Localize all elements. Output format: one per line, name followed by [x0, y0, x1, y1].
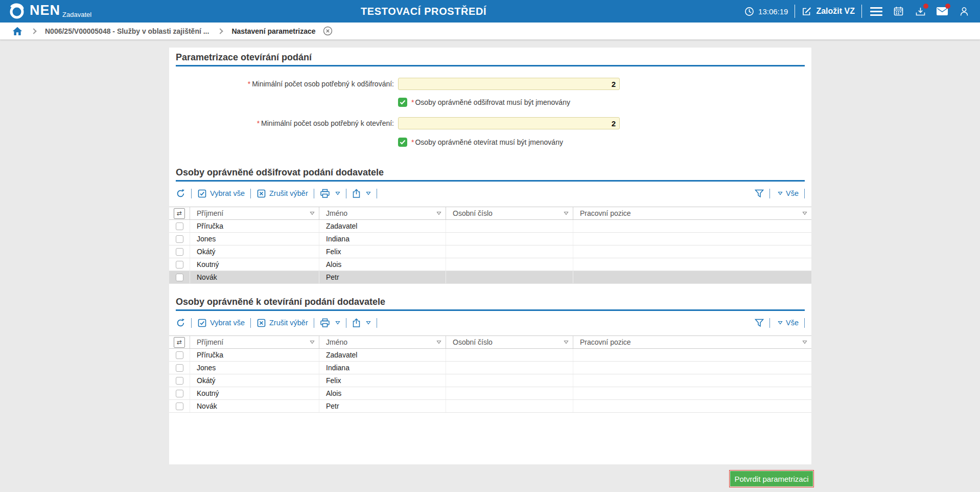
- chevron-right-icon: [31, 28, 36, 34]
- table-toolbar: Vybrat vše Zrušit výběr: [176, 186, 805, 200]
- nen-logo[interactable]: NEN Zadavatel: [7, 2, 91, 21]
- column-filter-icon[interactable]: [564, 211, 569, 215]
- toolbar-filter-group: Vše: [755, 189, 805, 198]
- row-checkbox[interactable]: [176, 390, 183, 397]
- clock-icon: [744, 7, 754, 16]
- select-all-button[interactable]: Vybrat vše: [197, 318, 245, 328]
- table-row[interactable]: NovákPetr: [169, 400, 811, 413]
- column-header-position[interactable]: Pracovní pozice: [573, 336, 811, 348]
- print-dropdown-caret-icon[interactable]: [335, 191, 340, 195]
- table-row[interactable]: PříručkaZadavatel: [169, 220, 811, 233]
- column-header-personal-number[interactable]: Osobní číslo: [446, 207, 573, 219]
- checkbox-label: *Osoby oprávněné otevírat musí být jmeno…: [411, 138, 563, 146]
- table-row[interactable]: OkátýFelix: [169, 245, 811, 258]
- filter-button[interactable]: [755, 319, 764, 327]
- table-row[interactable]: JonesIndiana: [169, 233, 811, 245]
- print-button[interactable]: [320, 318, 340, 328]
- refresh-button[interactable]: [176, 318, 185, 328]
- row-checkbox[interactable]: [176, 377, 183, 385]
- chevron-right-icon: [218, 28, 223, 34]
- print-dropdown-caret-icon[interactable]: [335, 321, 340, 325]
- filter-all-dropdown[interactable]: Vše: [776, 319, 799, 327]
- column-filter-icon[interactable]: [436, 211, 441, 215]
- clear-selection-button[interactable]: Zrušit výběr: [256, 318, 308, 328]
- create-vz-button[interactable]: Založit VZ: [802, 6, 855, 16]
- table-row[interactable]: PříručkaZadavatel: [169, 349, 811, 362]
- toolbar-separator: [377, 189, 377, 198]
- column-header-firstname[interactable]: Jméno: [319, 336, 446, 348]
- checkbox-checked-icon[interactable]: [398, 138, 407, 147]
- header-separator: [795, 5, 795, 18]
- column-header-surname[interactable]: Příjmení: [190, 336, 319, 348]
- toolbar-separator: [250, 318, 251, 328]
- export-dropdown-caret-icon[interactable]: [366, 191, 371, 195]
- column-settings-icon[interactable]: ⇄: [174, 337, 185, 348]
- breadcrumb-item-procurement[interactable]: N006/25/V00005048 - Služby v oblasti zaj…: [45, 27, 209, 35]
- home-icon[interactable]: [12, 27, 22, 36]
- toolbar-separator: [769, 318, 770, 328]
- column-filter-icon[interactable]: [310, 340, 315, 344]
- export-button[interactable]: [352, 318, 371, 328]
- column-filter-icon[interactable]: [564, 340, 569, 344]
- column-filter-icon[interactable]: [802, 211, 807, 215]
- export-button[interactable]: [352, 189, 371, 198]
- min-persons-decrypt-input[interactable]: [398, 78, 620, 90]
- checkbox-checked-icon[interactable]: [398, 98, 407, 107]
- select-all-button[interactable]: Vybrat vše: [197, 189, 245, 198]
- calendar-icon: [893, 6, 904, 16]
- column-header-firstname[interactable]: Jméno: [319, 207, 446, 219]
- column-header-position[interactable]: Pracovní pozice: [573, 207, 811, 219]
- top-header-bar: NEN Zadavatel TESTOVACÍ PROSTŘEDÍ 13:06:…: [0, 0, 980, 23]
- table-row[interactable]: KoutnýAlois: [169, 258, 811, 271]
- row-checkbox[interactable]: [176, 248, 183, 256]
- table-row[interactable]: OkátýFelix: [169, 374, 811, 387]
- column-settings-icon[interactable]: ⇄: [174, 208, 185, 219]
- calendar-button[interactable]: [891, 4, 906, 19]
- filter-all-dropdown[interactable]: Vše: [776, 189, 799, 197]
- column-header-surname[interactable]: Příjmení: [190, 207, 319, 219]
- column-filter-icon[interactable]: [310, 211, 315, 215]
- filter-all-caret-icon: [778, 321, 783, 325]
- messages-button[interactable]: [935, 4, 950, 19]
- filter-button[interactable]: [755, 189, 764, 198]
- user-profile-button[interactable]: [956, 4, 972, 19]
- row-checkbox[interactable]: [176, 402, 183, 410]
- toolbar-filter-group: Vše: [755, 318, 805, 328]
- toolbar-separator: [377, 318, 377, 328]
- row-checkbox[interactable]: [176, 235, 183, 243]
- confirm-parametrization-button[interactable]: Potvrdit parametrizaci: [729, 470, 814, 487]
- refresh-button[interactable]: [176, 189, 185, 198]
- breadcrumb: N006/25/V00005048 - Služby v oblasti zaj…: [0, 23, 980, 40]
- main-menu-button[interactable]: [869, 4, 884, 19]
- toolbar-separator: [346, 318, 346, 328]
- column-header-personal-number[interactable]: Osobní číslo: [446, 336, 573, 348]
- downloads-button[interactable]: [913, 4, 928, 19]
- create-vz-label: Založit VZ: [816, 7, 855, 16]
- header-actions: 13:06:19 Založit VZ: [744, 0, 972, 23]
- clear-selection-button[interactable]: Zrušit výběr: [256, 189, 308, 198]
- row-checkbox[interactable]: [176, 222, 183, 230]
- select-all-icon: [197, 318, 207, 328]
- table-row-selected[interactable]: NovákPetr: [169, 271, 811, 284]
- export-dropdown-caret-icon[interactable]: [366, 321, 371, 325]
- table-header-row: ⇄ Příjmení Jméno Osobní číslo Pracovní p…: [169, 207, 811, 220]
- toolbar-separator: [804, 318, 805, 328]
- row-checkbox[interactable]: [176, 364, 183, 372]
- breadcrumb-item-current[interactable]: Nastavení parametrizace: [231, 27, 315, 35]
- column-filter-icon[interactable]: [436, 340, 441, 344]
- table-row[interactable]: KoutnýAlois: [169, 387, 811, 400]
- min-persons-open-input[interactable]: [398, 117, 620, 129]
- column-filter-icon[interactable]: [802, 340, 807, 344]
- toolbar-separator: [314, 189, 314, 198]
- toolbar-separator: [250, 189, 251, 198]
- table-row[interactable]: JonesIndiana: [169, 362, 811, 374]
- section-title-decrypt-persons: Osoby oprávněné odšifrovat podání dodava…: [176, 167, 805, 182]
- environment-title: TESTOVACÍ PROSTŘEDÍ: [361, 0, 486, 23]
- row-checkbox[interactable]: [176, 274, 183, 281]
- row-checkbox[interactable]: [176, 261, 183, 269]
- close-tab-icon[interactable]: [323, 26, 333, 36]
- print-button[interactable]: [320, 189, 340, 198]
- person-icon: [960, 7, 969, 16]
- compose-icon: [802, 6, 812, 16]
- row-checkbox[interactable]: [176, 351, 183, 359]
